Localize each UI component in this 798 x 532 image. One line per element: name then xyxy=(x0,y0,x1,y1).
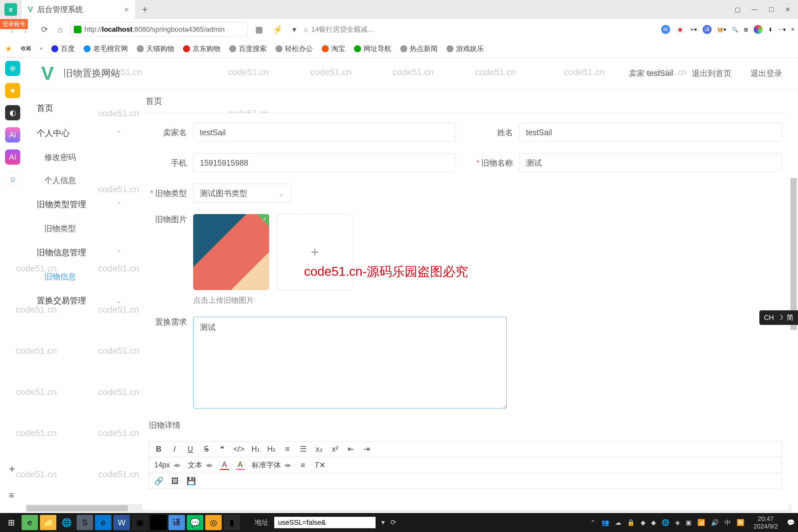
sidebar-item-changepw[interactable]: 修改密码 xyxy=(25,146,133,169)
dock-add-icon[interactable]: + xyxy=(9,463,15,475)
fontfamily-select[interactable]: 标准字体◂▸ xyxy=(252,460,292,470)
bookmark-office[interactable]: 轻松办公 xyxy=(276,44,313,54)
bookmark-laomaotao[interactable]: 老毛桃官网 xyxy=(83,44,128,54)
sup-icon[interactable]: x² xyxy=(330,444,340,454)
start-icon[interactable]: ⊞ xyxy=(3,515,20,530)
dock-menu-icon[interactable]: ≡ xyxy=(9,490,14,500)
sidebar-item-personal[interactable]: 个人中心⌃ xyxy=(25,121,133,146)
header-back-home[interactable]: 退出到首页 xyxy=(692,68,732,78)
code-icon[interactable]: </> xyxy=(233,444,245,454)
header-user[interactable]: 卖家 testSail xyxy=(629,68,673,78)
ol-icon[interactable]: ≡ xyxy=(283,444,292,454)
bgcolor-icon[interactable]: A xyxy=(236,460,245,470)
tray-ime-icon[interactable]: 🈚 xyxy=(737,519,744,526)
save-icon[interactable]: 💾 xyxy=(187,477,196,486)
tray-clock[interactable]: 20:47 2024/9/2 xyxy=(750,515,781,530)
tray-people-icon[interactable]: 👥 xyxy=(601,519,609,526)
bookmark-jd[interactable]: 京东购物 xyxy=(183,44,221,54)
tray-onedrive-icon[interactable]: ☁ xyxy=(615,519,621,526)
sidebar-item-typemgmt[interactable]: 旧物类型管理⌃ xyxy=(25,192,133,217)
tb-addr-input[interactable] xyxy=(274,517,376,528)
tray-app2-icon[interactable]: ◆ xyxy=(651,519,656,526)
more-icon[interactable]: ⋯▾ xyxy=(778,26,786,33)
bold-icon[interactable]: B xyxy=(154,444,163,454)
dock-app-6[interactable]: ☺ xyxy=(5,172,20,187)
tb-refresh-icon[interactable]: ⟳ xyxy=(391,518,396,527)
favorites-label[interactable]: 收藏 xyxy=(21,45,31,52)
dock-app-1[interactable]: ⊕ xyxy=(5,61,20,76)
tb-chrome-icon[interactable]: 🌐 xyxy=(58,515,75,530)
bookmark-baidu[interactable]: 百度 xyxy=(51,44,75,54)
header-logout[interactable]: 退出登录 xyxy=(750,68,782,78)
upload-add-button[interactable]: + xyxy=(277,214,353,290)
h2-icon[interactable]: H₂ xyxy=(267,444,276,454)
panel-icon[interactable]: ▢ xyxy=(735,6,741,13)
tray-app5-icon[interactable]: ▣ xyxy=(686,519,691,526)
home-icon[interactable]: ⌂ xyxy=(56,25,64,35)
tb-addr-dropdown-icon[interactable]: ▾ xyxy=(381,518,385,527)
dropdown-icon[interactable]: ▾ xyxy=(290,25,298,35)
fontsize-select[interactable]: 14px◂▸ xyxy=(154,461,181,469)
sidebar-item-home[interactable]: 首页 xyxy=(25,96,133,121)
indent-icon[interactable]: ⇤ xyxy=(346,444,355,454)
tb-terminal-icon[interactable]: ▮ xyxy=(224,515,240,530)
scissors-icon[interactable]: ✂▾ xyxy=(690,26,697,33)
name-input[interactable] xyxy=(519,123,782,142)
italic-icon[interactable]: I xyxy=(170,444,179,454)
itemtype-select[interactable]: 测试图书类型 ⌄ xyxy=(193,184,291,203)
bookmark-news[interactable]: 热点新闻 xyxy=(400,44,438,54)
bookmark-baidusearch[interactable]: 百度搜索 xyxy=(229,44,267,54)
tb-word-icon[interactable]: W xyxy=(113,515,130,530)
zoom-icon[interactable]: 🔍 xyxy=(732,26,738,33)
ime-indicator[interactable]: CH ☽ 简 xyxy=(759,310,798,325)
tb-sublime-icon[interactable]: S xyxy=(77,515,93,530)
tb-wechat-icon[interactable]: 💬 xyxy=(187,515,203,530)
close-window-icon[interactable]: ✕ xyxy=(785,6,791,13)
tb-edge-icon[interactable]: e xyxy=(95,515,112,530)
bookmark-games[interactable]: 游戏娱乐 xyxy=(446,44,484,54)
dock-app-5[interactable]: AI xyxy=(5,150,20,165)
clear-icon[interactable]: T✕ xyxy=(315,461,325,470)
color-icon[interactable] xyxy=(754,25,762,34)
seller-input[interactable] xyxy=(193,123,456,142)
qr-icon[interactable]: ▦ xyxy=(253,25,265,35)
browser-tab[interactable]: V 后台管理系统 × xyxy=(21,0,135,19)
new-tab-button[interactable]: + xyxy=(142,4,148,16)
close-tab-icon[interactable]: × xyxy=(124,5,129,15)
grid-icon[interactable]: ⊞ xyxy=(744,26,748,33)
bookmark-taobao[interactable]: 淘宝 xyxy=(322,44,345,54)
basket-icon[interactable]: 🧺▾ xyxy=(717,26,726,33)
demand-textarea[interactable] xyxy=(193,317,507,408)
omni-search[interactable]: ⌕ 14银行房贷全额减... xyxy=(304,25,374,34)
translate-icon[interactable]: 译 xyxy=(703,25,711,34)
tray-notification-icon[interactable]: 💬 xyxy=(787,519,795,526)
sidebar-item-type[interactable]: 旧物类型 xyxy=(25,217,133,240)
strike-icon[interactable]: S̶ xyxy=(202,444,211,454)
breadcrumb[interactable]: 首页 xyxy=(142,89,788,113)
sidebar-item-info[interactable]: 旧物信息 xyxy=(25,265,133,288)
tray-app4-icon[interactable]: ◈ xyxy=(675,519,680,526)
download-icon[interactable]: ⬇ xyxy=(768,26,772,33)
maximize-icon[interactable]: ☐ xyxy=(768,6,774,13)
favorites-star-icon[interactable]: ★ xyxy=(5,44,12,53)
link-icon[interactable]: 🔗 xyxy=(154,477,164,486)
texttype-select[interactable]: 文本◂▸ xyxy=(188,460,213,470)
tray-up-icon[interactable]: ⌃ xyxy=(590,519,596,526)
image-icon[interactable]: 🖼 xyxy=(171,477,179,486)
tb-translate-icon[interactable]: 译 xyxy=(169,515,185,530)
sidebar-item-trademgmt[interactable]: 置换交易管理⌄ xyxy=(25,288,133,313)
outdent-icon[interactable]: ⇥ xyxy=(362,444,371,454)
sub-icon[interactable]: x₂ xyxy=(315,444,324,454)
tb-pycharm-icon[interactable]: ▣ xyxy=(132,515,148,530)
align-icon[interactable]: ≡ xyxy=(299,461,307,470)
underline-icon[interactable]: U xyxy=(186,444,195,454)
bookmark-nav[interactable]: 网址导航 xyxy=(354,44,392,54)
flash-icon[interactable]: ⚡ xyxy=(271,25,285,35)
h1-icon[interactable]: H₁ xyxy=(251,444,260,454)
tb-browser-icon[interactable]: e xyxy=(21,515,38,530)
tray-wifi-icon[interactable]: 📶 xyxy=(697,519,705,526)
tb-app-icon[interactable]: ◎ xyxy=(205,515,222,530)
tray-safe-icon[interactable]: 🔒 xyxy=(627,519,635,526)
itemname-input[interactable] xyxy=(519,153,782,172)
mail-icon[interactable]: ✉ xyxy=(661,25,670,34)
